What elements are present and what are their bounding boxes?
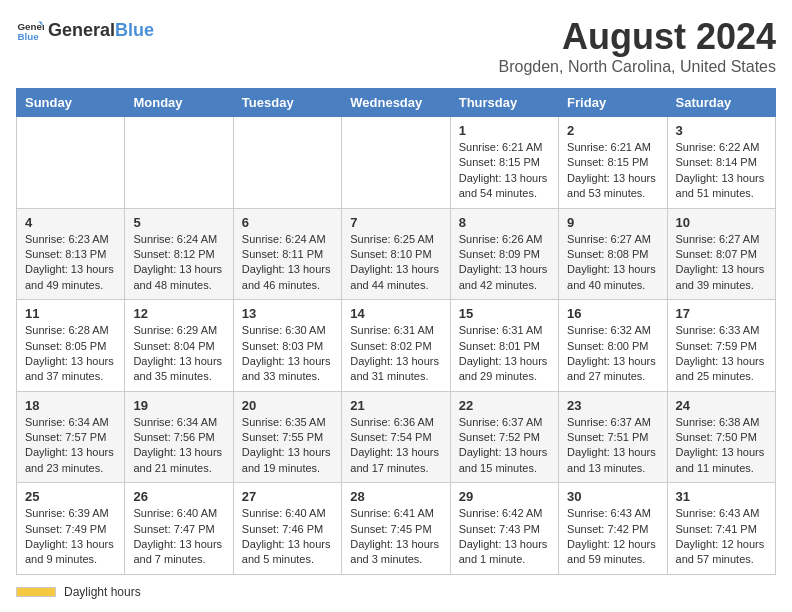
day-number: 13 xyxy=(242,306,333,321)
day-number: 12 xyxy=(133,306,224,321)
calendar-week-row-3: 11Sunrise: 6:28 AMSunset: 8:05 PMDayligh… xyxy=(17,300,776,392)
col-friday: Friday xyxy=(559,89,667,117)
calendar-week-row-1: 1Sunrise: 6:21 AMSunset: 8:15 PMDaylight… xyxy=(17,117,776,209)
calendar-cell-5-3: 27Sunrise: 6:40 AMSunset: 7:46 PMDayligh… xyxy=(233,483,341,575)
day-number: 28 xyxy=(350,489,441,504)
day-info: Sunrise: 6:38 AMSunset: 7:50 PMDaylight:… xyxy=(676,415,767,477)
calendar-cell-2-1: 4Sunrise: 6:23 AMSunset: 8:13 PMDaylight… xyxy=(17,208,125,300)
day-number: 6 xyxy=(242,215,333,230)
svg-text:Blue: Blue xyxy=(17,31,39,42)
day-number: 1 xyxy=(459,123,550,138)
day-info: Sunrise: 6:31 AMSunset: 8:02 PMDaylight:… xyxy=(350,323,441,385)
day-info: Sunrise: 6:31 AMSunset: 8:01 PMDaylight:… xyxy=(459,323,550,385)
day-info: Sunrise: 6:37 AMSunset: 7:52 PMDaylight:… xyxy=(459,415,550,477)
calendar-cell-2-6: 9Sunrise: 6:27 AMSunset: 8:08 PMDaylight… xyxy=(559,208,667,300)
col-tuesday: Tuesday xyxy=(233,89,341,117)
day-number: 23 xyxy=(567,398,658,413)
calendar-cell-2-4: 7Sunrise: 6:25 AMSunset: 8:10 PMDaylight… xyxy=(342,208,450,300)
calendar-week-row-2: 4Sunrise: 6:23 AMSunset: 8:13 PMDaylight… xyxy=(17,208,776,300)
day-info: Sunrise: 6:29 AMSunset: 8:04 PMDaylight:… xyxy=(133,323,224,385)
day-info: Sunrise: 6:24 AMSunset: 8:11 PMDaylight:… xyxy=(242,232,333,294)
calendar-cell-5-6: 30Sunrise: 6:43 AMSunset: 7:42 PMDayligh… xyxy=(559,483,667,575)
calendar-cell-3-7: 17Sunrise: 6:33 AMSunset: 7:59 PMDayligh… xyxy=(667,300,775,392)
col-wednesday: Wednesday xyxy=(342,89,450,117)
col-monday: Monday xyxy=(125,89,233,117)
day-info: Sunrise: 6:43 AMSunset: 7:42 PMDaylight:… xyxy=(567,506,658,568)
logo-icon: General Blue xyxy=(16,16,44,44)
calendar-cell-1-6: 2Sunrise: 6:21 AMSunset: 8:15 PMDaylight… xyxy=(559,117,667,209)
calendar-table: Sunday Monday Tuesday Wednesday Thursday… xyxy=(16,88,776,575)
day-number: 27 xyxy=(242,489,333,504)
day-info: Sunrise: 6:21 AMSunset: 8:15 PMDaylight:… xyxy=(459,140,550,202)
day-info: Sunrise: 6:25 AMSunset: 8:10 PMDaylight:… xyxy=(350,232,441,294)
title-section: August 2024 Brogden, North Carolina, Uni… xyxy=(499,16,776,76)
calendar-cell-3-3: 13Sunrise: 6:30 AMSunset: 8:03 PMDayligh… xyxy=(233,300,341,392)
day-info: Sunrise: 6:42 AMSunset: 7:43 PMDaylight:… xyxy=(459,506,550,568)
calendar-cell-2-5: 8Sunrise: 6:26 AMSunset: 8:09 PMDaylight… xyxy=(450,208,558,300)
day-number: 25 xyxy=(25,489,116,504)
day-info: Sunrise: 6:43 AMSunset: 7:41 PMDaylight:… xyxy=(676,506,767,568)
calendar-cell-3-2: 12Sunrise: 6:29 AMSunset: 8:04 PMDayligh… xyxy=(125,300,233,392)
day-info: Sunrise: 6:40 AMSunset: 7:46 PMDaylight:… xyxy=(242,506,333,568)
day-info: Sunrise: 6:32 AMSunset: 8:00 PMDaylight:… xyxy=(567,323,658,385)
calendar-cell-3-5: 15Sunrise: 6:31 AMSunset: 8:01 PMDayligh… xyxy=(450,300,558,392)
calendar-cell-5-2: 26Sunrise: 6:40 AMSunset: 7:47 PMDayligh… xyxy=(125,483,233,575)
day-number: 4 xyxy=(25,215,116,230)
calendar-cell-4-7: 24Sunrise: 6:38 AMSunset: 7:50 PMDayligh… xyxy=(667,391,775,483)
day-number: 17 xyxy=(676,306,767,321)
day-info: Sunrise: 6:35 AMSunset: 7:55 PMDaylight:… xyxy=(242,415,333,477)
daylight-bar-icon xyxy=(16,587,56,597)
day-info: Sunrise: 6:28 AMSunset: 8:05 PMDaylight:… xyxy=(25,323,116,385)
day-info: Sunrise: 6:41 AMSunset: 7:45 PMDaylight:… xyxy=(350,506,441,568)
day-number: 14 xyxy=(350,306,441,321)
calendar-week-row-5: 25Sunrise: 6:39 AMSunset: 7:49 PMDayligh… xyxy=(17,483,776,575)
col-saturday: Saturday xyxy=(667,89,775,117)
calendar-cell-1-4 xyxy=(342,117,450,209)
calendar-cell-5-4: 28Sunrise: 6:41 AMSunset: 7:45 PMDayligh… xyxy=(342,483,450,575)
day-number: 21 xyxy=(350,398,441,413)
calendar-cell-4-5: 22Sunrise: 6:37 AMSunset: 7:52 PMDayligh… xyxy=(450,391,558,483)
header: General Blue GeneralBlue August 2024 Bro… xyxy=(16,16,776,76)
day-info: Sunrise: 6:27 AMSunset: 8:08 PMDaylight:… xyxy=(567,232,658,294)
day-info: Sunrise: 6:37 AMSunset: 7:51 PMDaylight:… xyxy=(567,415,658,477)
day-number: 26 xyxy=(133,489,224,504)
day-info: Sunrise: 6:30 AMSunset: 8:03 PMDaylight:… xyxy=(242,323,333,385)
day-number: 8 xyxy=(459,215,550,230)
calendar-cell-5-5: 29Sunrise: 6:42 AMSunset: 7:43 PMDayligh… xyxy=(450,483,558,575)
day-number: 11 xyxy=(25,306,116,321)
day-info: Sunrise: 6:39 AMSunset: 7:49 PMDaylight:… xyxy=(25,506,116,568)
calendar-cell-4-4: 21Sunrise: 6:36 AMSunset: 7:54 PMDayligh… xyxy=(342,391,450,483)
day-info: Sunrise: 6:26 AMSunset: 8:09 PMDaylight:… xyxy=(459,232,550,294)
calendar-cell-5-1: 25Sunrise: 6:39 AMSunset: 7:49 PMDayligh… xyxy=(17,483,125,575)
logo: General Blue GeneralBlue xyxy=(16,16,154,44)
calendar-cell-1-5: 1Sunrise: 6:21 AMSunset: 8:15 PMDaylight… xyxy=(450,117,558,209)
day-number: 24 xyxy=(676,398,767,413)
daylight-label: Daylight hours xyxy=(64,585,141,599)
footer: Daylight hours xyxy=(16,585,776,599)
calendar-cell-5-7: 31Sunrise: 6:43 AMSunset: 7:41 PMDayligh… xyxy=(667,483,775,575)
col-thursday: Thursday xyxy=(450,89,558,117)
day-number: 2 xyxy=(567,123,658,138)
calendar-cell-3-1: 11Sunrise: 6:28 AMSunset: 8:05 PMDayligh… xyxy=(17,300,125,392)
calendar-cell-2-2: 5Sunrise: 6:24 AMSunset: 8:12 PMDaylight… xyxy=(125,208,233,300)
calendar-cell-4-1: 18Sunrise: 6:34 AMSunset: 7:57 PMDayligh… xyxy=(17,391,125,483)
day-number: 29 xyxy=(459,489,550,504)
calendar-cell-4-6: 23Sunrise: 6:37 AMSunset: 7:51 PMDayligh… xyxy=(559,391,667,483)
logo-general-text: General xyxy=(48,20,115,40)
day-number: 3 xyxy=(676,123,767,138)
calendar-week-row-4: 18Sunrise: 6:34 AMSunset: 7:57 PMDayligh… xyxy=(17,391,776,483)
day-number: 5 xyxy=(133,215,224,230)
logo-blue-text: Blue xyxy=(115,20,154,40)
day-info: Sunrise: 6:23 AMSunset: 8:13 PMDaylight:… xyxy=(25,232,116,294)
day-number: 22 xyxy=(459,398,550,413)
day-info: Sunrise: 6:33 AMSunset: 7:59 PMDaylight:… xyxy=(676,323,767,385)
calendar-cell-3-6: 16Sunrise: 6:32 AMSunset: 8:00 PMDayligh… xyxy=(559,300,667,392)
day-info: Sunrise: 6:34 AMSunset: 7:56 PMDaylight:… xyxy=(133,415,224,477)
calendar-cell-1-3 xyxy=(233,117,341,209)
day-info: Sunrise: 6:22 AMSunset: 8:14 PMDaylight:… xyxy=(676,140,767,202)
day-number: 18 xyxy=(25,398,116,413)
day-number: 30 xyxy=(567,489,658,504)
calendar-cell-1-2 xyxy=(125,117,233,209)
col-sunday: Sunday xyxy=(17,89,125,117)
calendar-cell-4-3: 20Sunrise: 6:35 AMSunset: 7:55 PMDayligh… xyxy=(233,391,341,483)
